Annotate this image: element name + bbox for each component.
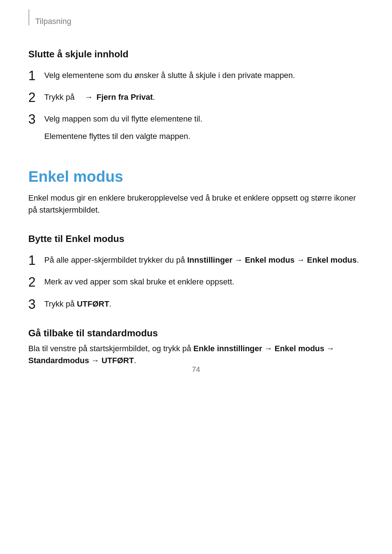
header-divider: [28, 9, 29, 25]
step-text-line2: Elementene flyttes til den valgte mappen…: [44, 130, 364, 143]
step-item: Trykk på UTFØRT.: [28, 298, 364, 310]
header-section-label: Tilpasning: [35, 13, 71, 26]
step-text-bold: UTFØRT: [77, 299, 109, 308]
step-text-bold: Fjern fra Privat: [97, 93, 153, 102]
text-bold: Enkle innstillinger: [193, 344, 262, 353]
step-item: Merk av ved apper som skal bruke et enkl…: [28, 276, 364, 288]
step-text-period: .: [357, 255, 359, 264]
step-text-period: .: [109, 299, 111, 308]
subheading-switch-mode: Bytte til Enkel modus: [28, 233, 364, 245]
step-text-bold: Enkel modus: [245, 255, 295, 264]
step-text-bold: Enkel modus: [307, 255, 357, 264]
step-text: Velg elementene som du ønsker å slutte å…: [44, 71, 295, 80]
step-item: Velg mappen som du vil flytte elementene…: [28, 113, 364, 143]
text-bold: UTFØRT: [102, 356, 134, 365]
arrow-text: →: [262, 344, 274, 353]
arrow-text: →: [89, 356, 101, 365]
step-text-line1: Velg mappen som du vil flytte elementene…: [44, 114, 202, 123]
intro-paragraph: Enkel modus gir en enklere brukeroppleve…: [28, 192, 364, 216]
steps-list-switch-mode: På alle apper-skjermbildet trykker du på…: [28, 254, 364, 310]
step-text: Merk av ved apper som skal bruke et enkl…: [44, 277, 234, 286]
page-header: Tilpasning: [28, 13, 364, 31]
text-pre: Bla til venstre på startskjermbildet, og…: [28, 344, 193, 353]
page-number: 74: [0, 365, 392, 374]
arrow-text: →: [324, 344, 335, 353]
document-page: Tilpasning Slutte å skjule innhold Velg …: [0, 0, 392, 384]
arrow-text: →: [295, 255, 307, 264]
arrow-icon: →: [83, 91, 94, 103]
text-bold: Enkel modus: [275, 344, 324, 353]
step-text-pre: På alle apper-skjermbildet trykker du på: [44, 255, 187, 264]
subheading-standard-mode: Gå tilbake til standardmodus: [28, 328, 364, 339]
step-text-pre: Trykk på: [44, 93, 77, 102]
step-text-pre: Trykk på: [44, 299, 77, 308]
section-title-enkel-modus: Enkel modus: [28, 168, 364, 185]
step-item: Trykk på → Fjern fra Privat.: [28, 91, 364, 103]
step-item: På alle apper-skjermbildet trykker du på…: [28, 254, 364, 266]
arrow-text: →: [232, 255, 245, 264]
step-text-period: .: [153, 93, 155, 102]
paragraph-standard-mode: Bla til venstre på startskjermbildet, og…: [28, 342, 364, 366]
step-item: Velg elementene som du ønsker å slutte å…: [28, 69, 364, 82]
subheading-stop-hiding: Slutte å skjule innhold: [28, 49, 364, 60]
step-text-bold: Innstillinger: [187, 255, 233, 264]
steps-list-stop-hiding: Velg elementene som du ønsker å slutte å…: [28, 69, 364, 143]
text-bold: Standardmodus: [28, 356, 89, 365]
text-period: .: [134, 356, 136, 365]
